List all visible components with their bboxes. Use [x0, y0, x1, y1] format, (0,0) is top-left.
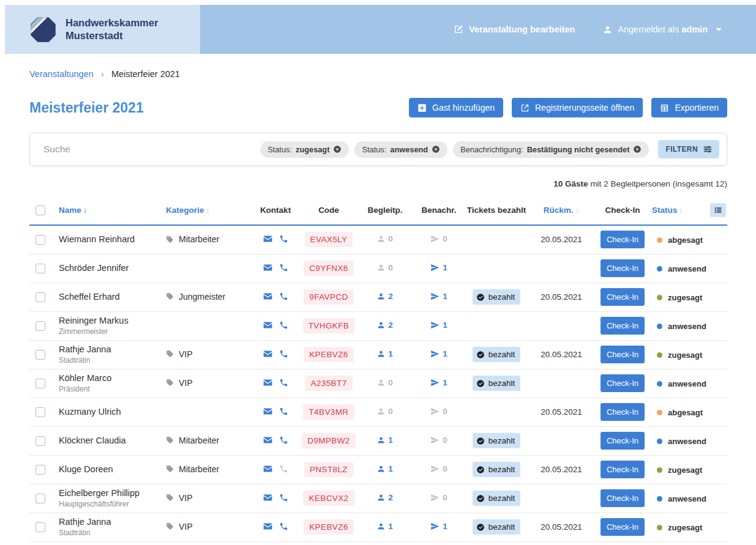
filter-chip-status-anwesend[interactable]: Status:anwesend [354, 141, 447, 158]
paper-plane-icon [430, 522, 440, 531]
row-checkbox[interactable] [36, 407, 45, 417]
email-icon[interactable] [263, 464, 273, 473]
brand-logo: Handwerkskammer Musterstadt [5, 5, 200, 54]
column-header-kategorie[interactable]: Kategorie↕ [165, 197, 250, 225]
checkin-button[interactable]: Check-In [601, 317, 645, 335]
email-icon[interactable] [263, 378, 273, 387]
export-button[interactable]: Exportieren [651, 98, 727, 117]
paper-plane-icon [430, 378, 440, 387]
breadcrumb-link-events[interactable]: Veranstaltungen [29, 69, 94, 79]
checkin-button[interactable]: Check-In [601, 518, 645, 536]
guest-code: TVHGKFB [303, 318, 355, 333]
paid-label: bezahlt [488, 379, 515, 388]
row-checkbox[interactable] [36, 264, 45, 273]
notifications-count: 0 [430, 464, 447, 473]
phone-icon[interactable] [279, 292, 288, 301]
row-checkbox[interactable] [36, 292, 45, 302]
status-dot-icon [657, 525, 662, 530]
checkin-button[interactable]: Check-In [601, 489, 645, 507]
email-icon[interactable] [263, 292, 273, 301]
edit-event-button[interactable]: Veranstaltung bearbeiten [454, 24, 575, 34]
category-tag: Mitarbeiter [166, 234, 219, 244]
brand-text: Handwerkskammer Musterstadt [65, 17, 158, 42]
checkin-button[interactable]: Check-In [601, 259, 645, 277]
email-icon[interactable] [263, 263, 273, 272]
paid-label: bezahlt [488, 465, 515, 474]
checkin-button[interactable]: Check-In [601, 374, 645, 392]
row-checkbox[interactable] [36, 494, 45, 503]
phone-icon[interactable] [279, 263, 288, 272]
checkin-button[interactable]: Check-In [601, 346, 645, 363]
email-icon[interactable] [263, 407, 273, 416]
filter-bar: Status:zugesagt Status:anwesend Benachri… [29, 133, 727, 166]
phone-icon[interactable] [279, 234, 288, 243]
column-header-name[interactable]: Name↓ [58, 197, 165, 225]
phone-icon[interactable] [279, 436, 288, 445]
checkin-button[interactable]: Check-In [601, 403, 645, 421]
category-label: VIP [179, 349, 193, 359]
row-checkbox[interactable] [36, 350, 45, 360]
add-guest-button[interactable]: Gast hinzufügen [409, 98, 503, 117]
check-circle-icon [476, 437, 485, 445]
person-icon [377, 465, 385, 473]
checkin-button[interactable]: Check-In [601, 231, 645, 248]
phone-icon[interactable] [279, 493, 288, 502]
filter-chip-status-zugesagt[interactable]: Status:zugesagt [260, 141, 349, 158]
row-checkbox[interactable] [36, 379, 45, 388]
filter-chip-notification[interactable]: Benachrichtigung:Bestätigung nicht gesen… [453, 141, 649, 158]
column-header-rueckm[interactable]: Rückm.↕ [528, 197, 594, 225]
phone-icon[interactable] [279, 464, 288, 473]
status-dot-icon [657, 324, 662, 329]
paper-plane-icon [430, 234, 440, 243]
checkin-button[interactable]: Check-In [601, 432, 645, 450]
remove-filter-icon[interactable] [633, 145, 642, 154]
guest-name: Scheffel Erhard [59, 292, 163, 302]
guest-code: KPEBVZ6 [304, 519, 354, 535]
row-checkbox[interactable] [36, 522, 45, 532]
row-checkbox[interactable] [36, 321, 45, 331]
phone-icon[interactable] [279, 378, 288, 387]
response-date [528, 254, 594, 283]
email-icon[interactable] [263, 349, 273, 358]
table-row: Rathje Janna Stadträtin VIP KPEBVZ6 [29, 340, 727, 369]
email-icon[interactable] [263, 522, 273, 531]
phone-icon[interactable] [279, 349, 288, 358]
response-date [528, 369, 594, 398]
column-settings-button[interactable] [710, 203, 726, 217]
phone-icon[interactable] [279, 321, 288, 330]
email-icon[interactable] [263, 234, 273, 243]
row-checkbox[interactable] [36, 465, 45, 475]
check-circle-icon [476, 465, 485, 474]
phone-icon[interactable] [279, 522, 288, 531]
remove-filter-icon[interactable] [432, 145, 440, 154]
row-checkbox[interactable] [36, 235, 45, 245]
guest-code: C9YFNX6 [304, 261, 354, 276]
guest-code: 9FAVPCD [304, 289, 353, 305]
filter-button[interactable]: FILTERN [658, 140, 719, 158]
email-icon[interactable] [263, 493, 273, 502]
person-icon [377, 407, 385, 415]
sort-desc-icon: ↓ [83, 206, 88, 215]
select-all-checkbox[interactable] [36, 206, 45, 215]
user-menu[interactable]: Angemeldet als admin [603, 24, 722, 34]
column-header-status[interactable]: Status↕ [651, 197, 727, 225]
remove-filter-icon[interactable] [333, 145, 342, 154]
email-icon[interactable] [263, 436, 273, 445]
open-registration-button[interactable]: Registrierungsseite öffnen [512, 98, 643, 117]
status-badge: zugesagt [652, 465, 702, 475]
companions-count: 2 [377, 321, 393, 330]
checkin-button[interactable]: Check-In [601, 288, 645, 306]
phone-icon[interactable] [279, 407, 288, 416]
checkin-button[interactable]: Check-In [601, 461, 645, 478]
chevron-down-icon [716, 28, 722, 31]
list-columns-icon [714, 206, 722, 214]
email-icon[interactable] [263, 321, 273, 330]
paid-badge: bezahlt [473, 347, 521, 362]
category-tag: VIP [166, 349, 193, 359]
paid-label: bezahlt [488, 436, 515, 445]
guest-table-body: Wiemann Reinhard Mitarbeiter EVAX5LY [29, 225, 727, 541]
sliders-icon [703, 145, 712, 154]
search-input[interactable] [43, 144, 255, 155]
status-dot-icon [657, 439, 662, 444]
row-checkbox[interactable] [36, 436, 45, 446]
